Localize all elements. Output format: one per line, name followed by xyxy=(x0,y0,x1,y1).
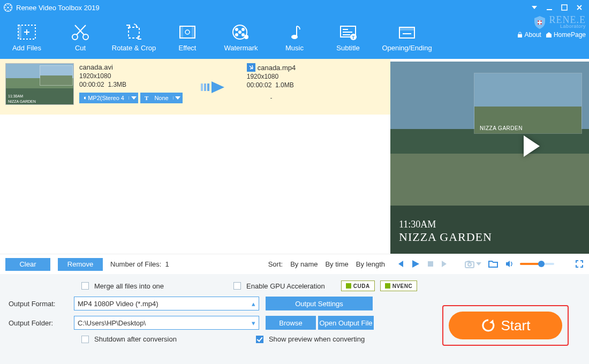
merge-label: Merge all files into one xyxy=(94,282,164,290)
svg-rect-3 xyxy=(562,5,567,10)
snapshot-button[interactable] xyxy=(464,260,481,268)
cut-icon xyxy=(70,22,91,42)
chevron-down-icon[interactable] xyxy=(129,96,138,100)
list-footer: Clear Remove Number of Files: 1 Sort: By… xyxy=(0,254,390,274)
tool-rotate-crop[interactable]: Rotate & Crop xyxy=(107,15,161,59)
svg-point-33 xyxy=(468,263,471,266)
svg-point-19 xyxy=(241,33,245,36)
svg-rect-5 xyxy=(18,25,21,39)
svg-point-16 xyxy=(235,28,238,31)
output-format-combo[interactable]: MP4 1080P Video (*.mp4) ▴ xyxy=(74,297,259,310)
speaker-icon xyxy=(84,95,86,101)
file-count: Number of Files: 1 xyxy=(110,260,169,268)
stop-button[interactable] xyxy=(427,260,434,268)
audio-track-dropdown[interactable]: MP2(Stereo 4 xyxy=(79,93,138,103)
gpu-checkbox[interactable] xyxy=(233,282,241,290)
output-options-panel: Merge all files into one Enable GPU Acce… xyxy=(0,274,589,364)
show-preview-label: Show preview when converting xyxy=(269,335,365,343)
svg-point-8 xyxy=(83,34,88,40)
svg-point-21 xyxy=(291,35,298,39)
brand-shield-icon xyxy=(532,15,547,30)
file-list-empty-area[interactable] xyxy=(0,115,390,254)
source-resolution: 1920x1080 xyxy=(79,72,183,80)
tool-label: Add Files xyxy=(12,44,41,52)
tool-label: Opening/Ending xyxy=(382,44,432,52)
app-title: Renee Video Toolbox 2019 xyxy=(16,4,526,12)
chevron-down-icon[interactable] xyxy=(173,96,183,100)
output-folder-combo[interactable]: C:\Users\HP\Desktop\ ▾ xyxy=(74,316,259,330)
brand-block: RENE.E Laboratory About HomePage xyxy=(517,15,586,39)
thumb-label: NIZZA GARDEN xyxy=(8,100,36,103)
gpu-label: Enable GPU Acceleration xyxy=(246,282,325,290)
prev-button[interactable] xyxy=(396,260,404,268)
window-options-button[interactable] xyxy=(528,2,541,13)
output-placeholder: - xyxy=(247,94,296,102)
tool-effect[interactable]: Effect xyxy=(161,15,214,59)
video-preview[interactable]: NIZZA GARDEN 11:30AM NIZZA GARDEN xyxy=(390,62,589,254)
tool-opening-ending[interactable]: Opening/Ending xyxy=(375,15,439,59)
tool-cut[interactable]: Cut xyxy=(54,15,107,59)
output-folder-label: Output Folder: xyxy=(9,319,67,327)
homepage-label: HomePage xyxy=(554,31,586,39)
maximize-button[interactable] xyxy=(558,2,571,13)
output-format-label: Output Format: xyxy=(9,300,67,308)
sort-by-time[interactable]: By time xyxy=(325,260,348,268)
play-overlay-icon[interactable] xyxy=(524,135,540,157)
tool-label: Cut xyxy=(75,44,86,52)
svg-rect-29 xyxy=(204,84,206,91)
thumb-time: 11:30AM xyxy=(8,94,23,98)
preview-pip: NIZZA GARDEN xyxy=(474,73,582,133)
sort-by-length[interactable]: By length xyxy=(356,260,385,268)
refresh-icon xyxy=(481,318,496,333)
tool-music[interactable]: Music xyxy=(268,15,321,59)
homepage-link[interactable]: HomePage xyxy=(546,31,586,39)
source-filename: canada.avi xyxy=(79,63,183,71)
shutdown-label: Shutdown after conversion xyxy=(94,335,177,343)
remove-button[interactable]: Remove xyxy=(58,258,103,271)
play-button[interactable] xyxy=(411,259,420,269)
cuda-badge: CUDA xyxy=(341,280,375,291)
show-preview-checkbox[interactable] xyxy=(256,336,263,343)
close-button[interactable] xyxy=(573,2,586,13)
svg-point-17 xyxy=(241,28,245,31)
tool-add-files[interactable]: ▾ Add Files xyxy=(0,15,54,59)
svg-point-1 xyxy=(7,7,9,9)
tool-watermark[interactable]: Watermark xyxy=(214,15,268,59)
browse-button[interactable]: Browse xyxy=(266,316,316,330)
watermark-icon xyxy=(230,22,252,42)
svg-point-15 xyxy=(238,31,241,34)
chevron-down-icon: ▾ xyxy=(252,319,255,327)
add-files-icon: ▾ xyxy=(15,22,39,42)
subtitle-track-dropdown[interactable]: T None xyxy=(140,93,183,103)
fullscreen-button[interactable] xyxy=(575,260,584,268)
sort-by-name[interactable]: By name xyxy=(290,260,318,268)
volume-slider[interactable] xyxy=(520,263,554,265)
shutdown-checkbox[interactable] xyxy=(81,336,89,343)
sort-group: Sort: By name By time By length xyxy=(268,260,385,268)
start-label: Start xyxy=(501,317,531,334)
about-link[interactable]: About xyxy=(517,31,541,39)
open-folder-button[interactable] xyxy=(488,260,499,268)
chevron-up-icon: ▴ xyxy=(252,300,255,308)
preview-title-overlay: NIZZA GARDEN xyxy=(399,230,492,244)
merge-checkbox[interactable] xyxy=(81,282,89,290)
nvidia-icon xyxy=(346,283,351,289)
clear-button[interactable]: Clear xyxy=(5,258,50,271)
file-row[interactable]: 11:30AM NIZZA GARDEN canada.avi 1920x108… xyxy=(0,59,390,115)
volume-button[interactable] xyxy=(505,260,514,268)
tool-label: Subtitle xyxy=(336,44,359,52)
svg-text:T: T xyxy=(352,35,355,40)
source-thumbnail: 11:30AM NIZZA GARDEN xyxy=(5,63,74,105)
tool-label: Rotate & Crop xyxy=(112,44,156,52)
tool-subtitle[interactable]: T Subtitle xyxy=(321,15,375,59)
minimize-button[interactable] xyxy=(543,2,556,13)
output-settings-button[interactable]: Output Settings xyxy=(266,297,373,310)
svg-rect-27 xyxy=(518,34,522,37)
titlebar: Renee Video Toolbox 2019 xyxy=(0,0,589,15)
output-format-value: MP4 1080P Video (*.mp4) xyxy=(78,300,158,308)
next-button[interactable] xyxy=(441,260,449,268)
svg-point-20 xyxy=(244,35,248,39)
opening-ending-icon xyxy=(396,22,418,42)
open-output-file-button[interactable]: Open Output File xyxy=(318,316,374,330)
start-button[interactable]: Start xyxy=(449,312,562,339)
